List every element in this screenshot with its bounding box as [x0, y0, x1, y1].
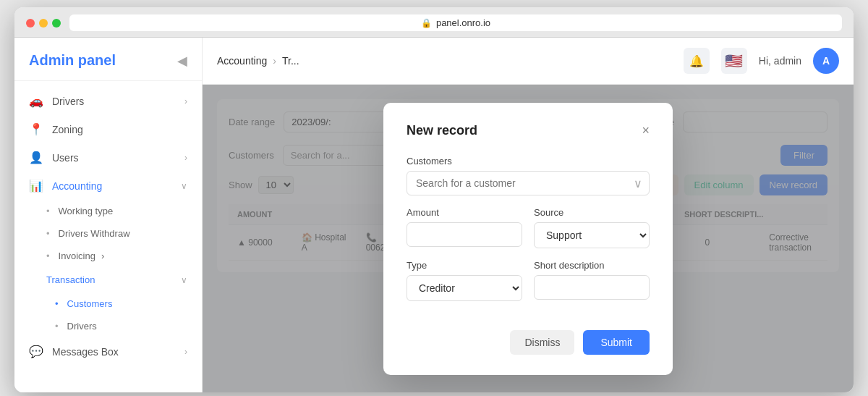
drivers-withdraw-label: Drivers Withdraw [59, 228, 130, 239]
type-label: Type [407, 260, 522, 271]
close-dot[interactable] [26, 19, 35, 28]
flag-icon: 🇺🇸 [725, 52, 743, 69]
address-bar: 🔒 panel.onro.io [69, 14, 842, 31]
maximize-dot[interactable] [52, 19, 61, 28]
hi-text: Hi, admin [759, 55, 801, 67]
sidebar-item-drivers[interactable]: 🚗 Drivers › [14, 87, 202, 115]
modal-footer: Dismiss Submit [407, 330, 650, 355]
sidebar-item-messages-box[interactable]: 💬 Messages Box › [14, 337, 202, 366]
type-select[interactable]: Creditor Debtor [407, 275, 522, 301]
breadcrumb-tr: Tr... [282, 55, 299, 67]
source-field-label: Source [534, 207, 650, 218]
new-record-modal: New record × Customers ∨ [383, 103, 673, 375]
short-desc-input[interactable] [534, 275, 650, 300]
source-select[interactable]: Support System Manual [534, 222, 650, 248]
customers-field-label: Customers [407, 156, 650, 167]
sidebar-item-drivers-label: Drivers [52, 96, 84, 107]
users-icon: 👤 [29, 151, 43, 164]
accounting-sub-nav: Working type Drivers Withdraw Invoicing … [14, 200, 202, 337]
sidebar-item-drivers-sub[interactable]: Drivers [14, 315, 202, 337]
lock-icon: 🔒 [421, 18, 432, 28]
top-bar-right: 🔔 🇺🇸 Hi, admin A [684, 48, 839, 74]
amount-form-group: Amount [407, 207, 522, 248]
bell-icon: 🔔 [689, 54, 704, 68]
invoicing-label: Invoicing [59, 250, 95, 261]
chevron-right-icon: › [184, 96, 187, 106]
customers-select-wrapper: ∨ [407, 171, 650, 195]
amount-label: Amount [407, 207, 522, 218]
modal-title: New record [407, 123, 477, 138]
sidebar-item-transaction[interactable]: Transaction ∨ [14, 267, 202, 292]
page-area: Date range Source Customers Filter [203, 85, 854, 392]
submit-button[interactable]: Submit [583, 330, 650, 355]
modal-header: New record × [407, 123, 650, 138]
working-type-label: Working type [59, 206, 114, 216]
language-button[interactable]: 🇺🇸 [721, 48, 747, 74]
type-form-group: Type Creditor Debtor [407, 260, 522, 301]
sidebar-item-zoning[interactable]: 📍 Zoning [14, 115, 202, 143]
chevron-right-icon: › [101, 250, 104, 261]
chevron-down-icon: ∨ [181, 181, 187, 191]
chevron-right-icon: › [184, 347, 187, 357]
customers-label: Customers [67, 298, 113, 309]
sidebar-item-users[interactable]: 👤 Users › [14, 143, 202, 172]
customers-field-input[interactable] [407, 171, 650, 195]
sidebar-item-customers[interactable]: Customers [14, 292, 202, 315]
modal-overlay: New record × Customers ∨ [203, 85, 854, 392]
top-bar: Accounting › Tr... 🔔 🇺🇸 Hi, admin A [203, 38, 854, 85]
amount-input[interactable] [407, 222, 522, 247]
customers-form-group: Customers ∨ [407, 156, 650, 195]
breadcrumb-accounting: Accounting [217, 55, 267, 67]
chevron-down-icon: ∨ [181, 275, 187, 285]
sidebar-item-accounting[interactable]: 📊 Accounting ∨ [14, 172, 202, 200]
sidebar-item-working-type[interactable]: Working type [14, 200, 202, 222]
browser-dots [26, 19, 61, 28]
sidebar-item-users-label: Users [52, 152, 79, 164]
sidebar-title: Admin panel [29, 52, 116, 69]
browser-chrome: 🔒 panel.onro.io [14, 7, 854, 38]
type-shortdesc-row: Type Creditor Debtor Short description [407, 260, 650, 313]
minimize-dot[interactable] [39, 19, 48, 28]
zoning-icon: 📍 [29, 122, 43, 136]
messages-icon: 💬 [29, 345, 43, 358]
sidebar-item-invoicing[interactable]: Invoicing › [14, 245, 202, 267]
drivers-icon: 🚗 [29, 94, 43, 108]
sidebar-item-accounting-label: Accounting [52, 180, 102, 192]
source-form-group: Source Support System Manual [534, 207, 650, 248]
drivers-sub-label: Drivers [67, 321, 97, 332]
amount-source-row: Amount Source Support System Manual [407, 207, 650, 260]
transaction-label: Transaction [46, 274, 95, 285]
collapse-button[interactable]: ◀ [177, 53, 187, 69]
sidebar: Admin panel ◀ 🚗 Drivers › 📍 Zoning 👤 [14, 38, 203, 392]
breadcrumb: Accounting › Tr... [217, 55, 299, 67]
sidebar-header: Admin panel ◀ [14, 38, 202, 81]
dismiss-button[interactable]: Dismiss [510, 330, 574, 355]
short-desc-label: Short description [534, 260, 650, 271]
sidebar-item-messages-label: Messages Box [52, 346, 119, 358]
modal-close-button[interactable]: × [642, 124, 650, 137]
browser-window: 🔒 panel.onro.io Admin panel ◀ 🚗 Drivers … [14, 7, 854, 392]
notifications-button[interactable]: 🔔 [684, 48, 710, 74]
breadcrumb-sep: › [273, 55, 276, 67]
avatar[interactable]: A [813, 48, 839, 74]
accounting-icon: 📊 [29, 179, 43, 193]
sidebar-nav: 🚗 Drivers › 📍 Zoning 👤 Users › 📊 [14, 81, 202, 392]
url-text: panel.onro.io [436, 17, 490, 28]
chevron-right-icon: › [184, 153, 187, 163]
short-desc-form-group: Short description [534, 260, 650, 301]
sidebar-item-drivers-withdraw[interactable]: Drivers Withdraw [14, 222, 202, 245]
main-content: Accounting › Tr... 🔔 🇺🇸 Hi, admin A [203, 38, 854, 392]
app-layout: Admin panel ◀ 🚗 Drivers › 📍 Zoning 👤 [14, 38, 854, 392]
sidebar-item-zoning-label: Zoning [52, 124, 83, 135]
